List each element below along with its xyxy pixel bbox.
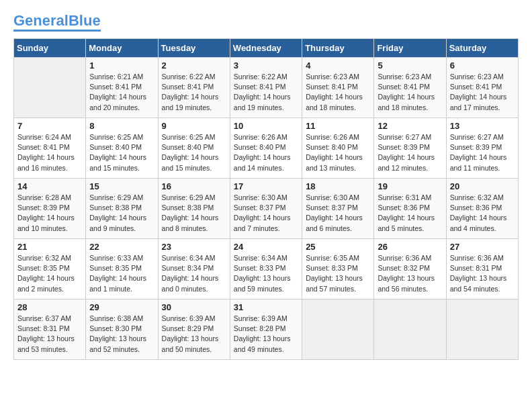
day-cell: 4Sunrise: 6:23 AM Sunset: 8:41 PM Daylig… xyxy=(302,58,374,118)
week-row-3: 14Sunrise: 6:28 AM Sunset: 8:39 PM Dayli… xyxy=(14,179,519,239)
day-number: 14 xyxy=(17,181,82,191)
day-info: Sunrise: 6:25 AM Sunset: 8:40 PM Dayligh… xyxy=(162,132,226,173)
day-cell: 19Sunrise: 6:31 AM Sunset: 8:36 PM Dayli… xyxy=(374,179,446,239)
day-number: 12 xyxy=(378,121,442,131)
day-cell: 26Sunrise: 6:36 AM Sunset: 8:32 PM Dayli… xyxy=(374,239,446,300)
header-cell-friday: Friday xyxy=(374,39,446,58)
day-number: 9 xyxy=(162,121,226,131)
week-row-1: 1Sunrise: 6:21 AM Sunset: 8:41 PM Daylig… xyxy=(14,58,519,118)
day-number: 2 xyxy=(162,60,226,71)
day-info: Sunrise: 6:32 AM Sunset: 8:36 PM Dayligh… xyxy=(450,193,515,234)
day-cell: 5Sunrise: 6:23 AM Sunset: 8:41 PM Daylig… xyxy=(374,58,446,118)
day-cell: 10Sunrise: 6:26 AM Sunset: 8:40 PM Dayli… xyxy=(230,118,302,179)
day-info: Sunrise: 6:34 AM Sunset: 8:34 PM Dayligh… xyxy=(162,253,226,294)
day-number: 1 xyxy=(89,60,154,71)
day-cell xyxy=(302,300,374,360)
day-number: 17 xyxy=(234,181,298,191)
day-number: 15 xyxy=(89,181,154,191)
week-row-2: 7Sunrise: 6:24 AM Sunset: 8:41 PM Daylig… xyxy=(14,118,519,179)
header-cell-monday: Monday xyxy=(86,39,158,58)
day-info: Sunrise: 6:24 AM Sunset: 8:41 PM Dayligh… xyxy=(17,132,82,173)
day-cell: 15Sunrise: 6:29 AM Sunset: 8:38 PM Dayli… xyxy=(86,179,158,239)
day-info: Sunrise: 6:31 AM Sunset: 8:36 PM Dayligh… xyxy=(378,193,442,234)
header-cell-wednesday: Wednesday xyxy=(230,39,302,58)
header-cell-sunday: Sunday xyxy=(14,39,86,58)
day-number: 21 xyxy=(17,242,82,252)
day-cell: 1Sunrise: 6:21 AM Sunset: 8:41 PM Daylig… xyxy=(86,58,158,118)
day-info: Sunrise: 6:22 AM Sunset: 8:41 PM Dayligh… xyxy=(234,72,298,113)
day-number: 28 xyxy=(17,302,82,312)
day-info: Sunrise: 6:39 AM Sunset: 8:28 PM Dayligh… xyxy=(234,314,298,355)
day-info: Sunrise: 6:29 AM Sunset: 8:38 PM Dayligh… xyxy=(162,193,226,234)
header-cell-thursday: Thursday xyxy=(302,39,374,58)
day-info: Sunrise: 6:29 AM Sunset: 8:38 PM Dayligh… xyxy=(89,193,154,234)
day-info: Sunrise: 6:26 AM Sunset: 8:40 PM Dayligh… xyxy=(306,132,370,173)
day-number: 29 xyxy=(89,302,154,312)
day-number: 25 xyxy=(306,242,370,252)
day-info: Sunrise: 6:30 AM Sunset: 8:37 PM Dayligh… xyxy=(234,193,298,234)
day-cell: 2Sunrise: 6:22 AM Sunset: 8:41 PM Daylig… xyxy=(158,58,230,118)
logo-general: General xyxy=(13,12,69,29)
day-number: 22 xyxy=(89,242,154,252)
day-info: Sunrise: 6:27 AM Sunset: 8:39 PM Dayligh… xyxy=(450,132,515,173)
day-number: 11 xyxy=(306,121,370,131)
day-info: Sunrise: 6:21 AM Sunset: 8:41 PM Dayligh… xyxy=(89,72,154,113)
day-info: Sunrise: 6:33 AM Sunset: 8:35 PM Dayligh… xyxy=(89,253,154,294)
day-info: Sunrise: 6:28 AM Sunset: 8:39 PM Dayligh… xyxy=(17,193,82,234)
day-info: Sunrise: 6:39 AM Sunset: 8:29 PM Dayligh… xyxy=(162,314,226,355)
day-info: Sunrise: 6:23 AM Sunset: 8:41 PM Dayligh… xyxy=(306,72,370,113)
day-cell: 7Sunrise: 6:24 AM Sunset: 8:41 PM Daylig… xyxy=(14,118,86,179)
day-info: Sunrise: 6:23 AM Sunset: 8:41 PM Dayligh… xyxy=(378,72,442,113)
day-cell xyxy=(374,300,446,360)
day-cell: 22Sunrise: 6:33 AM Sunset: 8:35 PM Dayli… xyxy=(86,239,158,300)
day-cell: 9Sunrise: 6:25 AM Sunset: 8:40 PM Daylig… xyxy=(158,118,230,179)
header-cell-tuesday: Tuesday xyxy=(158,39,230,58)
day-cell: 13Sunrise: 6:27 AM Sunset: 8:39 PM Dayli… xyxy=(446,118,518,179)
day-cell: 23Sunrise: 6:34 AM Sunset: 8:34 PM Dayli… xyxy=(158,239,230,300)
calendar-table: SundayMondayTuesdayWednesdayThursdayFrid… xyxy=(13,38,519,360)
day-info: Sunrise: 6:36 AM Sunset: 8:31 PM Dayligh… xyxy=(450,253,515,294)
day-cell: 30Sunrise: 6:39 AM Sunset: 8:29 PM Dayli… xyxy=(158,300,230,360)
day-info: Sunrise: 6:27 AM Sunset: 8:39 PM Dayligh… xyxy=(378,132,442,173)
logo-text: GeneralBlue xyxy=(13,13,101,28)
day-number: 23 xyxy=(162,242,226,252)
header-row: SundayMondayTuesdayWednesdayThursdayFrid… xyxy=(14,39,519,58)
day-cell: 12Sunrise: 6:27 AM Sunset: 8:39 PM Dayli… xyxy=(374,118,446,179)
day-number: 26 xyxy=(378,242,442,252)
day-cell xyxy=(446,300,518,360)
day-number: 5 xyxy=(378,60,442,71)
day-number: 3 xyxy=(234,60,298,71)
day-number: 10 xyxy=(234,121,298,131)
day-cell: 6Sunrise: 6:23 AM Sunset: 8:41 PM Daylig… xyxy=(446,58,518,118)
day-info: Sunrise: 6:25 AM Sunset: 8:40 PM Dayligh… xyxy=(89,132,154,173)
week-row-5: 28Sunrise: 6:37 AM Sunset: 8:31 PM Dayli… xyxy=(14,300,519,360)
day-number: 6 xyxy=(450,60,515,71)
day-info: Sunrise: 6:26 AM Sunset: 8:40 PM Dayligh… xyxy=(234,132,298,173)
week-row-4: 21Sunrise: 6:32 AM Sunset: 8:35 PM Dayli… xyxy=(14,239,519,300)
day-cell xyxy=(14,58,86,118)
day-number: 27 xyxy=(450,242,515,252)
logo-underline xyxy=(13,30,101,32)
day-number: 20 xyxy=(450,181,515,191)
day-info: Sunrise: 6:23 AM Sunset: 8:41 PM Dayligh… xyxy=(450,72,515,113)
day-cell: 11Sunrise: 6:26 AM Sunset: 8:40 PM Dayli… xyxy=(302,118,374,179)
day-number: 4 xyxy=(306,60,370,71)
day-number: 18 xyxy=(306,181,370,191)
day-cell: 31Sunrise: 6:39 AM Sunset: 8:28 PM Dayli… xyxy=(230,300,302,360)
day-info: Sunrise: 6:32 AM Sunset: 8:35 PM Dayligh… xyxy=(17,253,82,294)
day-number: 16 xyxy=(162,181,226,191)
day-info: Sunrise: 6:22 AM Sunset: 8:41 PM Dayligh… xyxy=(162,72,226,113)
day-cell: 21Sunrise: 6:32 AM Sunset: 8:35 PM Dayli… xyxy=(14,239,86,300)
day-info: Sunrise: 6:34 AM Sunset: 8:33 PM Dayligh… xyxy=(234,253,298,294)
day-number: 24 xyxy=(234,242,298,252)
day-info: Sunrise: 6:30 AM Sunset: 8:37 PM Dayligh… xyxy=(306,193,370,234)
day-cell: 28Sunrise: 6:37 AM Sunset: 8:31 PM Dayli… xyxy=(14,300,86,360)
day-cell: 18Sunrise: 6:30 AM Sunset: 8:37 PM Dayli… xyxy=(302,179,374,239)
header-cell-saturday: Saturday xyxy=(446,39,518,58)
day-cell: 20Sunrise: 6:32 AM Sunset: 8:36 PM Dayli… xyxy=(446,179,518,239)
day-cell: 17Sunrise: 6:30 AM Sunset: 8:37 PM Dayli… xyxy=(230,179,302,239)
logo-blue: Blue xyxy=(69,12,101,29)
day-cell: 25Sunrise: 6:35 AM Sunset: 8:33 PM Dayli… xyxy=(302,239,374,300)
day-cell: 8Sunrise: 6:25 AM Sunset: 8:40 PM Daylig… xyxy=(86,118,158,179)
day-cell: 29Sunrise: 6:38 AM Sunset: 8:30 PM Dayli… xyxy=(86,300,158,360)
